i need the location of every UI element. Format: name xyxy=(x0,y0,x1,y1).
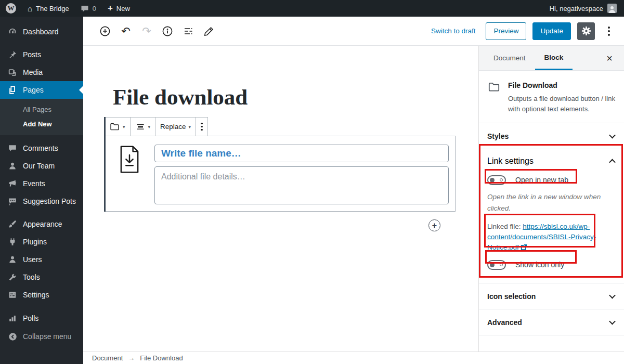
info-icon xyxy=(161,25,174,37)
settings-gear-button[interactable] xyxy=(577,22,595,40)
content-structure-button[interactable] xyxy=(158,22,177,41)
breadcrumb-bar: Document → File Download xyxy=(83,352,624,364)
sidebar-item-media[interactable]: Media xyxy=(0,63,83,81)
sidebar-item-dashboard[interactable]: Dashboard xyxy=(0,23,83,41)
plus-icon: + xyxy=(108,4,113,12)
wordpress-logo-icon: W xyxy=(6,3,16,14)
collapse-menu-button[interactable]: Collapse menu xyxy=(0,328,83,345)
breadcrumb-current[interactable]: File Download xyxy=(140,354,183,362)
pushpin-icon xyxy=(7,49,18,60)
chevron-up-icon xyxy=(609,159,616,165)
breadcrumb-document[interactable]: Document xyxy=(92,354,123,362)
caret-down-icon: ▾ xyxy=(123,124,125,129)
chat-dots-icon xyxy=(7,196,18,206)
file-details-input[interactable]: Additional file details… xyxy=(154,166,449,204)
admin-side-menu: Dashboard Posts Media Pages All Pages Ad… xyxy=(0,17,83,364)
sidebar-item-our-team[interactable]: Our Team xyxy=(0,157,83,175)
edit-mode-button[interactable] xyxy=(200,22,218,41)
replace-button[interactable]: Replace ▾ xyxy=(155,118,196,136)
page-title[interactable]: File download xyxy=(113,84,248,110)
block-inserter-button[interactable] xyxy=(96,22,114,41)
admin-bar: W ⌂ The Bridge 0 + New Hi, negativespace xyxy=(0,0,624,17)
user-greeting[interactable]: Hi, negativespace xyxy=(550,5,603,12)
user-avatar[interactable] xyxy=(607,4,617,13)
folder-icon xyxy=(109,121,120,132)
preview-button[interactable]: Preview xyxy=(486,22,526,40)
redo-button[interactable]: ↷ xyxy=(137,22,156,41)
dashboard-icon xyxy=(7,27,18,37)
redo-icon: ↷ xyxy=(142,25,151,36)
sidebar-item-events[interactable]: Events xyxy=(0,175,83,192)
submenu-all-pages[interactable]: All Pages xyxy=(0,102,83,116)
sidebar-item-tools[interactable]: Tools xyxy=(0,268,83,286)
file-download-block[interactable]: Write file name… Additional file details… xyxy=(104,136,456,212)
new-content-link[interactable]: + New xyxy=(102,0,136,17)
link-settings-header[interactable]: Link settings xyxy=(479,149,624,173)
selected-block-indicator xyxy=(104,117,106,212)
settings-tabs: Document Block × xyxy=(479,46,624,71)
open-in-new-tab-help: Open the link in a new window when click… xyxy=(487,191,616,214)
sidebar-item-posts[interactable]: Posts xyxy=(0,46,83,63)
sidebar-item-plugins[interactable]: Plugins xyxy=(0,233,83,251)
panel-styles[interactable]: Styles xyxy=(479,123,624,149)
wordpress-editor-window: W ⌂ The Bridge 0 + New Hi, negativespace… xyxy=(0,0,624,364)
block-card-description: Outputs a file download button / link wi… xyxy=(508,94,616,114)
more-options-button[interactable] xyxy=(601,22,617,41)
sidebar-item-polls[interactable]: Polls xyxy=(0,309,83,327)
caret-down-icon: ▾ xyxy=(148,124,151,129)
sidebar-item-label: Polls xyxy=(23,314,38,322)
site-name-link[interactable]: ⌂ The Bridge xyxy=(22,0,75,17)
sidebar-item-comments[interactable]: Comments xyxy=(0,139,83,157)
file-name-input[interactable]: Write file name… xyxy=(154,145,449,162)
plus-icon: + xyxy=(432,222,437,230)
wordpress-menu[interactable]: W xyxy=(0,0,22,17)
kebab-icon xyxy=(201,126,203,128)
undo-icon: ↶ xyxy=(121,25,131,36)
show-icon-only-toggle[interactable] xyxy=(487,260,506,270)
chevron-down-icon xyxy=(609,292,616,299)
panel-link-settings: Link settings Open in new tab Open the l… xyxy=(479,149,624,283)
block-info-card: File Download Outputs a file download bu… xyxy=(479,71,624,123)
show-icon-only-row: Show icon only xyxy=(487,258,616,271)
sidebar-item-users[interactable]: Users xyxy=(0,251,83,268)
sidebar-item-suggestion-pots[interactable]: Suggestion Pots xyxy=(0,192,83,210)
open-in-new-tab-toggle[interactable] xyxy=(487,175,506,185)
close-settings-button[interactable]: × xyxy=(600,46,619,71)
wrench-icon xyxy=(7,272,18,282)
plug-icon xyxy=(7,237,18,247)
person-icon xyxy=(7,161,18,171)
block-options-button[interactable] xyxy=(196,118,207,136)
submenu-add-new[interactable]: Add New xyxy=(0,116,83,131)
person-silhouette-icon xyxy=(608,5,616,13)
tab-block[interactable]: Block xyxy=(535,46,573,70)
block-card-title: File Download xyxy=(508,79,616,89)
panel-advanced[interactable]: Advanced xyxy=(479,309,624,335)
undo-button[interactable]: ↶ xyxy=(116,22,135,41)
pencil-icon xyxy=(203,25,215,37)
panel-icon-selection[interactable]: Icon selection xyxy=(479,283,624,309)
alignment-button[interactable]: ▾ xyxy=(131,118,156,136)
bar-chart-icon xyxy=(7,313,18,323)
sidebar-item-settings[interactable]: Settings xyxy=(0,286,83,304)
sidebar-item-label: Posts xyxy=(23,50,41,59)
block-navigation-button[interactable] xyxy=(179,22,198,41)
collapse-arrow-icon xyxy=(7,331,18,342)
align-icon xyxy=(135,122,146,132)
block-type-button[interactable]: ▾ xyxy=(105,118,131,136)
tab-document[interactable]: Document xyxy=(484,46,535,70)
sidebar-item-label: Our Team xyxy=(23,162,55,170)
add-block-button[interactable]: + xyxy=(428,219,440,231)
close-icon: × xyxy=(606,53,613,64)
sidebar-item-label: Dashboard xyxy=(23,28,59,36)
media-icon xyxy=(7,67,18,77)
switch-to-draft-link[interactable]: Switch to draft xyxy=(431,27,476,35)
update-button[interactable]: Update xyxy=(532,22,571,40)
linked-file-label: Linked file: xyxy=(487,223,523,230)
sidebar-item-label: Comments xyxy=(23,144,58,152)
sidebar-item-appearance[interactable]: Appearance xyxy=(0,215,83,233)
sidebar-item-pages[interactable]: Pages xyxy=(0,81,83,99)
sidebar-item-label: Events xyxy=(23,179,45,188)
breadcrumb-arrow: → xyxy=(128,354,135,362)
comment-count: 0 xyxy=(93,5,96,12)
comments-pending-link[interactable]: 0 xyxy=(75,0,102,17)
